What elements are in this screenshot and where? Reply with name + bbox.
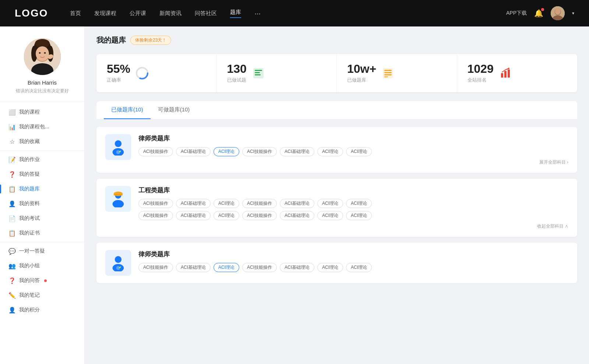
svg-rect-29 [508,69,510,78]
sidebar-item-certificates[interactable]: 📋 我的证书 [0,226,84,240]
logo: LOGO [15,7,48,19]
qb-tag-selected[interactable]: ACI理论 [214,263,239,272]
stat-done-banks-label: 已做题库 [347,77,376,83]
qb-card-body-engineer: 工程类题库 ACI技能操作 ACI基础理论 ACI理论 ACI技能操作 ACI基… [138,186,568,229]
qb-card-lawyer-2: 律师类题库 ACI技能操作 ACI基础理论 ACI理论 ACI技能操作 ACI基… [96,243,577,283]
sidebar-item-notes[interactable]: ✏️ 我的笔记 [0,288,84,303]
sidebar-item-course-packages[interactable]: 📊 我的课程包... [0,119,84,134]
svg-point-13 [44,52,46,54]
qb-tag[interactable]: ACI技能操作 [242,263,277,272]
sidebar-item-label: 我的小组 [19,263,40,269]
qb-tag[interactable]: ACI理论 [214,211,239,220]
sidebar-item-my-qa[interactable]: ❓ 我的问答 [0,273,84,288]
sidebar-item-label: 我的问答 [19,277,40,284]
qb-tag[interactable]: ACI理论 [317,199,343,208]
svg-rect-28 [504,71,507,78]
nav-news[interactable]: 新闻资讯 [159,10,181,17]
qb-tag[interactable]: ACI基础理论 [280,199,314,208]
sidebar-item-exams[interactable]: 📄 我的考试 [0,211,84,226]
nav-home[interactable]: 首页 [70,10,81,17]
expand-link-lawyer-1[interactable]: 展开全部科目 › [138,159,568,165]
sidebar-item-one-on-one[interactable]: 💬 一对一答疑 [0,244,84,258]
exams-icon: 📄 [9,215,15,222]
sidebar-item-label: 我的答疑 [19,171,40,178]
sidebar-item-label: 我的课程 [19,109,40,115]
qb-tag[interactable]: ACI基础理论 [176,199,211,208]
svg-rect-24 [384,72,392,73]
sidebar-item-groups[interactable]: 👥 我的小组 [0,258,84,273]
qb-tag[interactable]: ACI基础理论 [280,211,314,220]
stats-row: 55% 正确率 130 已做试题 [96,54,577,92]
done-questions-icon [251,66,266,81]
sidebar-divider-1 [0,150,84,151]
app-download-button[interactable]: APP下载 [506,10,527,17]
qb-tag[interactable]: ACI基础理论 [280,263,314,272]
qb-tag[interactable]: ACI基础理论 [280,147,314,156]
sidebar-item-qa[interactable]: ❓ 我的答疑 [0,167,84,182]
sidebar-item-points[interactable]: 👤 我的积分 [0,303,84,317]
qb-tag[interactable]: ACI理论 [346,147,372,156]
notification-bell[interactable]: 🔔 [534,9,543,18]
qb-tag[interactable]: ACI理论 [346,211,372,220]
course-packages-icon: 📊 [9,124,15,130]
sidebar-item-question-bank[interactable]: 📋 我的题库 [0,182,84,196]
nav-more[interactable]: ··· [254,9,261,18]
qb-tag[interactable]: ACI理论 [317,147,343,156]
qb-tag[interactable]: ACI基础理论 [176,211,211,220]
qb-tag[interactable]: ACI理论 [317,211,343,220]
stat-done-questions-value: 130 [227,63,247,75]
qb-card-title-engineer: 工程类题库 [138,186,568,195]
qb-tag[interactable]: ACI技能操作 [242,211,277,220]
user-avatar[interactable] [551,6,565,20]
user-dropdown-arrow[interactable]: ▾ [572,11,574,16]
collapse-link-engineer[interactable]: 收起全部科目 ∧ [138,223,568,229]
navbar: LOGO 首页 发现课程 公开课 新闻资讯 问答社区 题库 ··· APP下载 … [0,0,589,26]
page-title: 我的题库 [96,35,126,45]
sidebar-item-profile[interactable]: 👤 我的资料 [0,196,84,211]
qb-tag[interactable]: ACI理论 [214,199,239,208]
qb-tag[interactable]: ACI技能操作 [138,147,173,156]
navbar-right: APP下载 🔔 ▾ [506,6,574,20]
stat-ranking: 1029 全站排名 [457,54,578,92]
qb-tag[interactable]: ACI技能操作 [138,263,173,272]
qb-card-body-lawyer-2: 律师类题库 ACI技能操作 ACI基础理论 ACI理论 ACI技能操作 ACI基… [138,250,568,272]
qb-tag[interactable]: ACI技能操作 [242,199,277,208]
nav-discover[interactable]: 发现课程 [94,10,116,17]
sidebar-item-label: 我的笔记 [19,292,40,299]
qb-tag[interactable]: ACI基础理论 [176,147,211,156]
sidebar-item-label: 我的题库 [19,186,40,192]
profile-name: Brian Harris [28,79,57,86]
profile-icon: 👤 [9,200,15,207]
qb-card-engineer: 工程类题库 ACI技能操作 ACI基础理论 ACI理论 ACI技能操作 ACI基… [96,179,577,237]
tab-done-banks[interactable]: 已做题库(10) [104,101,151,119]
nav-question-bank[interactable]: 题库 [230,9,241,18]
sidebar-menu: ⬜ 我的课程 📊 我的课程包... ☆ 我的收藏 📝 我的作业 ❓ 我的答疑 📋 [0,102,84,320]
qb-card-header: 律师类题库 ACI技能操作 ACI基础理论 ACI理论 ACI技能操作 ACI基… [105,134,568,165]
nav-open-course[interactable]: 公开课 [130,10,146,17]
profile-avatar-img [24,38,61,75]
my-qa-icon: ❓ [9,277,15,284]
tab-available-banks[interactable]: 可做题库(10) [151,101,197,119]
sidebar-item-courses[interactable]: ⬜ 我的课程 [0,105,84,119]
qb-tag[interactable]: ACI技能操作 [242,147,277,156]
qb-tag[interactable]: ACI技能操作 [138,211,173,220]
qb-tags-lawyer-2: ACI技能操作 ACI基础理论 ACI理论 ACI技能操作 ACI基础理论 AC… [138,263,568,272]
main-layout: Brian Harris 错误的决定比没有决定要好 ⬜ 我的课程 📊 我的课程包… [0,26,589,364]
sidebar: Brian Harris 错误的决定比没有决定要好 ⬜ 我的课程 📊 我的课程包… [0,26,85,364]
qb-lawyer-icon-wrap [105,134,131,160]
sidebar-item-homework[interactable]: 📝 我的作业 [0,152,84,167]
stat-done-questions-label: 已做试题 [227,77,247,83]
qb-tag[interactable]: ACI理论 [346,263,372,272]
qb-engineer-icon-wrap [105,186,131,212]
qb-tag[interactable]: ACI基础理论 [176,263,211,272]
sidebar-item-favorites[interactable]: ☆ 我的收藏 [0,134,84,149]
groups-icon: 👥 [9,263,15,269]
qb-tag-selected[interactable]: ACI理论 [214,147,239,156]
certificates-icon: 📋 [9,230,15,236]
qb-tag[interactable]: ACI理论 [346,199,372,208]
qb-tag[interactable]: ACI技能操作 [138,199,173,208]
stat-accuracy-value: 55% [107,63,130,75]
nav-qa[interactable]: 问答社区 [195,10,217,17]
notes-icon: ✏️ [9,292,15,299]
qb-tag[interactable]: ACI理论 [317,263,343,272]
